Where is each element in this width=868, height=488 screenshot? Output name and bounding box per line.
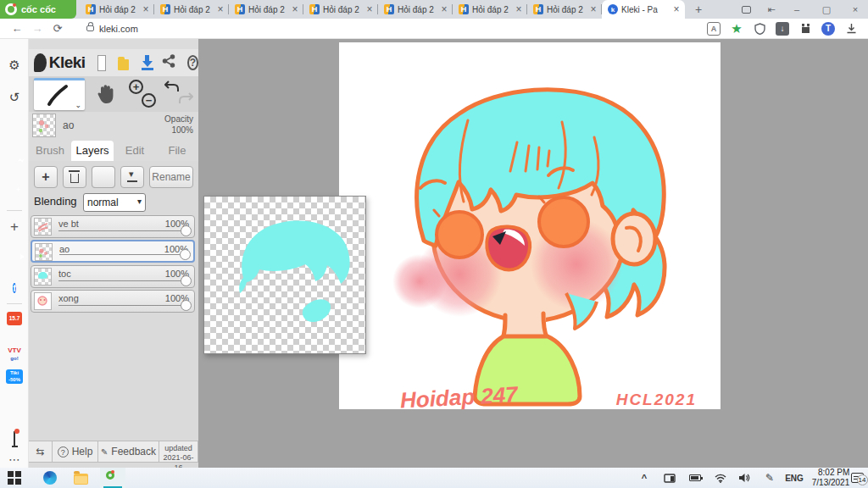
start-button[interactable]	[7, 470, 22, 485]
open-file-icon[interactable]	[118, 59, 129, 70]
tab-hoidap-6[interactable]: H Hỏi đáp 2 ×	[453, 0, 527, 19]
help-button[interactable]: ? Help	[53, 441, 98, 463]
tab-hoidap-3[interactable]: H Hỏi đáp 2 ×	[229, 0, 303, 19]
tablet-mode-icon[interactable]	[661, 468, 678, 488]
wifi-icon[interactable]	[712, 468, 729, 488]
tab-file[interactable]: File	[156, 141, 198, 161]
file-explorer-icon[interactable]	[73, 470, 88, 485]
layer-row-xong[interactable]: xong 100%	[31, 290, 195, 313]
tab-hoidap-5[interactable]: H Hỏi đáp 2 ×	[378, 0, 453, 19]
vtv-go-icon[interactable]: VTVgo!	[0, 341, 29, 361]
lock-icon[interactable]	[86, 25, 94, 31]
tab-close-icon[interactable]: ×	[439, 3, 449, 15]
tab-close-icon[interactable]: ×	[514, 3, 524, 15]
hoidap-favicon: H	[533, 4, 543, 14]
opacity-slider-track[interactable]	[58, 230, 182, 231]
volume-icon[interactable]	[736, 468, 753, 488]
hand-tool-button[interactable]	[90, 80, 124, 108]
current-layer-thumbnail[interactable]	[32, 114, 56, 137]
translate-icon[interactable]: A	[707, 22, 721, 36]
tiki-icon[interactable]: Tiki-50%	[0, 369, 29, 384]
updated-info: updated 2021-06-16	[159, 441, 198, 463]
help-icon[interactable]: ?	[187, 55, 198, 70]
tab-close-icon[interactable]: ×	[141, 3, 151, 15]
back-icon[interactable]: ←	[7, 22, 27, 35]
reopen-tab-icon[interactable]: ⇤	[765, 3, 778, 16]
opacity-slider-knob[interactable]	[181, 275, 192, 286]
blending-mode-select[interactable]: normal ▾	[83, 193, 146, 212]
tab-hoidap-7[interactable]: H Hỏi đáp 2 ×	[527, 0, 602, 19]
action-center-icon[interactable]: 14	[848, 468, 866, 488]
add-shortcut-icon[interactable]: +	[0, 219, 29, 236]
share-icon[interactable]	[162, 54, 175, 71]
tab-close-icon[interactable]: ×	[290, 3, 300, 15]
extensions-puzzle-icon[interactable]	[798, 22, 812, 36]
tab-close-icon[interactable]: ×	[364, 3, 375, 15]
pen-icon[interactable]: ✎	[761, 468, 778, 488]
adblock-shield-icon[interactable]	[753, 22, 766, 36]
layer-row-ao-active[interactable]: ao 100%	[31, 240, 195, 263]
history-icon[interactable]: ↺	[0, 90, 29, 105]
reload-icon[interactable]: ⟳	[47, 22, 68, 35]
tab-edit[interactable]: Edit	[114, 141, 156, 161]
opacity-slider-knob[interactable]	[181, 300, 192, 311]
new-image-icon[interactable]	[97, 55, 107, 71]
language-indicator[interactable]: ENG	[782, 468, 807, 488]
battery-icon[interactable]	[687, 468, 704, 488]
tab-close-icon[interactable]: ×	[215, 3, 225, 15]
coccoc-menu-button[interactable]: cốc cốc	[0, 0, 76, 19]
redo-icon[interactable]	[178, 92, 193, 108]
hoidap-favicon: H	[309, 4, 320, 14]
delete-layer-button[interactable]	[63, 166, 86, 188]
drawing-canvas[interactable]: Hoidap 247 HCL2021	[339, 42, 721, 409]
edge-icon[interactable]	[42, 470, 58, 485]
window-maximize-button[interactable]: ▢	[814, 0, 839, 19]
save-download-icon[interactable]	[141, 55, 150, 70]
forward-icon[interactable]: →	[27, 22, 47, 35]
collapse-panel-button[interactable]: ⇆	[29, 441, 53, 463]
url-text[interactable]: kleki.com	[99, 24, 707, 34]
window-minimize-button[interactable]: –	[784, 0, 810, 19]
add-layer-button[interactable]: +	[34, 166, 58, 188]
opacity-slider-knob[interactable]	[180, 249, 191, 260]
shopee-icon[interactable]: 15.7	[0, 312, 29, 325]
facebook-icon[interactable]: f	[0, 280, 29, 295]
brush-tool-button[interactable]: ⌄	[34, 78, 85, 110]
window-close-button[interactable]: ×	[843, 0, 868, 19]
hoidap-favicon: H	[459, 4, 469, 14]
windows-taskbar: ^ ✎ ENG 8:02 PM 7/13/2021 14	[0, 468, 868, 488]
tab-close-icon[interactable]: ×	[588, 3, 598, 15]
downloader-icon[interactable]: ↓	[776, 22, 789, 36]
settings-gear-icon[interactable]: ⚙	[0, 58, 29, 73]
tab-layers[interactable]: Layers	[71, 141, 114, 161]
browser-tab-bar: cốc cốc H Hỏi đáp 2 × H Hỏi đáp 2 × H Hỏ…	[0, 0, 868, 19]
notifications-bell-icon[interactable]	[0, 432, 29, 447]
zoom-out-icon[interactable]: −	[142, 93, 156, 108]
new-tab-button[interactable]: +	[692, 3, 705, 16]
bookmark-star-icon[interactable]: ★	[730, 22, 743, 36]
tray-chevron-icon[interactable]: ^	[636, 468, 653, 488]
kleki-workspace: Hoidap 247 HCL2021	[198, 39, 868, 468]
more-options-icon[interactable]: ⋯	[0, 452, 29, 466]
layer-row-toc[interactable]: toc 100%	[31, 265, 195, 288]
opacity-slider-track[interactable]	[58, 280, 182, 281]
zoom-in-icon[interactable]: +	[129, 80, 143, 94]
feedback-button[interactable]: ✎ Feedback	[98, 441, 159, 463]
tab-kleki-active[interactable]: k Kleki - Pa ×	[602, 0, 685, 19]
tab-search-icon[interactable]	[739, 3, 753, 16]
coccoc-taskbar-icon[interactable]	[100, 468, 125, 488]
tab-hoidap-2[interactable]: H Hỏi đáp 2 ×	[154, 0, 229, 19]
tab-brush[interactable]: Brush	[29, 141, 71, 161]
merge-layer-button[interactable]	[120, 166, 144, 188]
tab-close-icon[interactable]: ×	[671, 3, 682, 15]
opacity-slider-knob[interactable]	[181, 225, 192, 236]
opacity-slider-track[interactable]	[59, 254, 181, 255]
profile-avatar[interactable]: T	[821, 22, 835, 36]
tab-hoidap-1[interactable]: H Hỏi đáp 2 ×	[80, 0, 154, 19]
rename-layer-button[interactable]: Rename	[149, 166, 193, 188]
layer-row-vebt[interactable]: ve bt 100%	[31, 215, 195, 238]
opacity-slider-track[interactable]	[58, 305, 182, 306]
download-tray-icon[interactable]	[844, 22, 858, 36]
tab-hoidap-4[interactable]: H Hỏi đáp 2 ×	[303, 0, 378, 19]
merge-down-icon	[127, 172, 137, 182]
